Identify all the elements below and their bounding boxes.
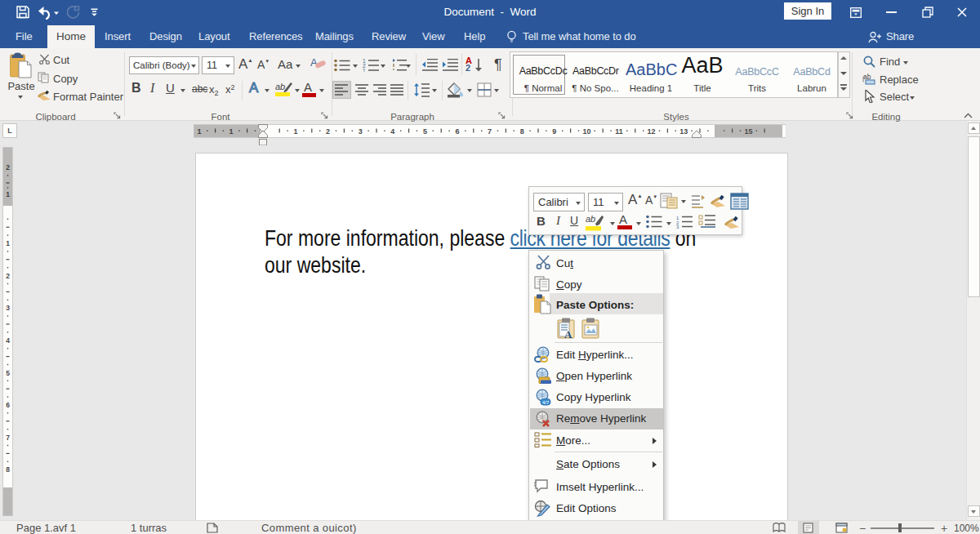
svg-text:4: 4 [6, 336, 10, 345]
svg-text:4: 4 [390, 127, 394, 136]
svg-text:5: 5 [423, 127, 427, 136]
svg-text:9: 9 [552, 127, 556, 136]
svg-text:10: 10 [582, 127, 590, 136]
svg-text:1: 1 [6, 190, 10, 198]
svg-text:11: 11 [615, 127, 623, 136]
svg-text:8: 8 [520, 127, 524, 136]
svg-text:3: 3 [6, 304, 10, 312]
svg-text:13: 13 [679, 127, 688, 136]
svg-text:ab: ab [586, 214, 595, 224]
svg-text:2: 2 [6, 163, 10, 171]
svg-text:1: 1 [363, 68, 366, 73]
svg-text:3: 3 [359, 127, 363, 136]
svg-text:1: 1 [6, 239, 10, 247]
svg-text:7: 7 [488, 127, 492, 136]
svg-text:2: 2 [6, 272, 10, 280]
svg-text:A: A [564, 328, 572, 339]
svg-text:3: 3 [676, 225, 679, 229]
svg-text:8: 8 [6, 465, 10, 474]
svg-text:6: 6 [455, 127, 459, 136]
svg-text:2: 2 [326, 127, 330, 136]
svg-text:6: 6 [6, 401, 10, 409]
svg-text:5: 5 [6, 369, 10, 377]
svg-text:7: 7 [6, 434, 10, 442]
svg-text:12: 12 [648, 127, 656, 136]
svg-text:1: 1 [229, 127, 233, 136]
svg-text:15: 15 [744, 127, 752, 136]
svg-text:1: 1 [293, 127, 297, 136]
svg-text:ab: ab [275, 82, 285, 91]
svg-text:1: 1 [197, 127, 201, 136]
